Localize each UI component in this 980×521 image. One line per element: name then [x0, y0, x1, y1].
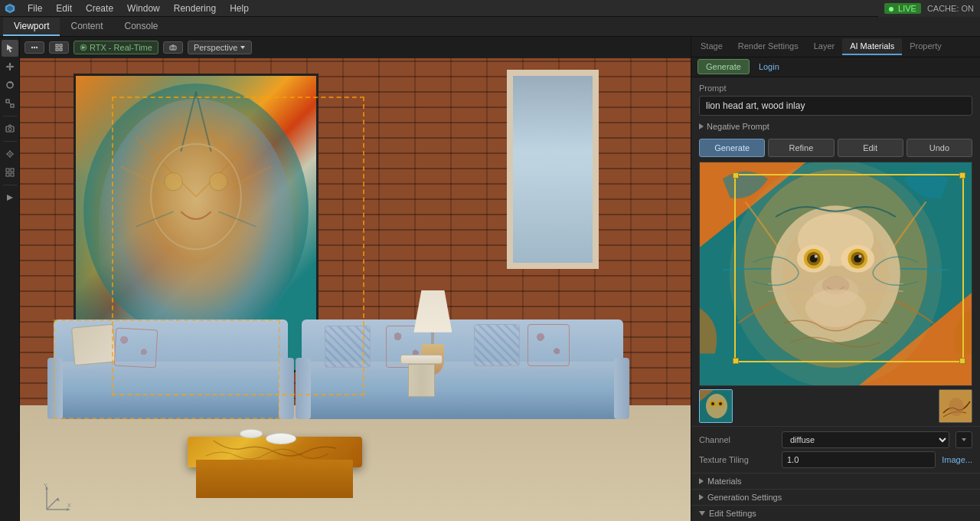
menu-rendering[interactable]: Rendering	[168, 2, 222, 15]
generate-btn[interactable]: Generate	[699, 139, 765, 157]
viewport[interactable]: RTX - Real-Time Perspective	[20, 37, 691, 521]
ai-login-btn[interactable]: Login	[754, 60, 784, 74]
right-panel-tabs: Stage Render Settings Layer AI Materials…	[691, 37, 980, 57]
rtx-label: RTX - Real-Time	[90, 43, 152, 52]
viewport-grid-btn[interactable]	[49, 41, 69, 54]
rtx-realtime-btn[interactable]: RTX - Real-Time	[74, 41, 158, 54]
menu-file[interactable]: File	[21, 2, 48, 15]
menu-edit[interactable]: Edit	[50, 2, 78, 15]
live-dot	[889, 7, 893, 11]
side-table	[400, 355, 443, 401]
edit-settings-header[interactable]: Edit Settings	[691, 505, 980, 521]
select-tool[interactable]	[2, 40, 18, 57]
svg-point-84	[706, 394, 727, 418]
generation-settings-header[interactable]: Generation Settings	[691, 489, 980, 505]
refine-btn[interactable]: Refine	[768, 139, 834, 157]
generation-settings-label: Generation Settings	[707, 493, 782, 502]
svg-marker-92	[962, 438, 966, 441]
sofa-left	[54, 319, 289, 419]
snapping-tool[interactable]	[2, 146, 18, 162]
status-bar: LIVE CACHE: ON	[878, 0, 980, 17]
camera-icon-btn[interactable]	[163, 41, 183, 54]
channel-select[interactable]: diffuse	[782, 431, 949, 448]
texture-tiling-input[interactable]	[782, 451, 936, 468]
svg-rect-24	[6, 173, 9, 176]
thumbnail-1[interactable]	[699, 389, 733, 423]
controls-section: Channel diffuse Texture Tiling Image...	[691, 426, 980, 473]
undo-btn[interactable]: Undo	[906, 139, 972, 157]
negative-prompt-header[interactable]: Negative Prompt	[691, 119, 980, 134]
sofa-right	[302, 319, 623, 419]
gen-settings-triangle	[699, 494, 704, 500]
grid-tool[interactable]	[2, 164, 18, 181]
image-link[interactable]: Image...	[942, 455, 972, 464]
svg-point-28	[34, 47, 35, 48]
live-status: LIVE	[884, 3, 921, 14]
svg-line-47	[226, 166, 271, 188]
perspective-btn[interactable]: Perspective	[188, 41, 252, 54]
svg-marker-5	[8, 63, 11, 65]
edit-settings-label: Edit Settings	[709, 509, 756, 518]
svg-point-17	[9, 153, 11, 155]
svg-point-27	[31, 47, 33, 48]
svg-marker-8	[11, 66, 14, 68]
right-tab-ai-materials[interactable]: AI Materials	[842, 38, 902, 55]
viewport-header: RTX - Real-Time Perspective	[20, 37, 691, 58]
negative-prompt-triangle	[699, 123, 704, 129]
edit-btn[interactable]: Edit	[838, 139, 903, 157]
move-tool[interactable]	[2, 58, 18, 75]
scene-render[interactable]	[20, 58, 691, 521]
cache-status: CACHE: ON	[927, 4, 974, 13]
right-tab-render-settings[interactable]: Render Settings	[730, 38, 806, 55]
viewport-coords: X Y	[43, 483, 74, 515]
prompt-label: Prompt	[699, 84, 972, 93]
play-tool[interactable]	[2, 189, 18, 206]
svg-point-15	[8, 128, 11, 131]
svg-point-91	[949, 398, 964, 416]
materials-label: Materials	[707, 477, 742, 486]
svg-marker-38	[240, 46, 245, 49]
viewport-options-btn[interactable]	[24, 41, 44, 54]
main-layout: RTX - Real-Time Perspective	[0, 37, 980, 521]
right-panel: Stage Render Settings Layer AI Materials…	[691, 37, 980, 521]
tab-content[interactable]: Content	[60, 18, 113, 36]
svg-rect-32	[56, 48, 58, 51]
left-toolbar	[0, 37, 20, 521]
negative-prompt-label: Negative Prompt	[707, 122, 769, 131]
svg-point-44	[165, 172, 183, 191]
svg-rect-30	[56, 44, 58, 47]
tab-console[interactable]: Console	[114, 18, 169, 36]
tab-viewport[interactable]: Viewport	[3, 18, 60, 36]
scale-tool[interactable]	[2, 95, 18, 112]
svg-rect-33	[60, 48, 62, 51]
ai-generate-btn[interactable]: Generate	[697, 59, 750, 74]
svg-point-75	[858, 255, 861, 258]
perspective-label: Perspective	[194, 43, 237, 52]
svg-point-45	[210, 172, 228, 191]
svg-line-40	[196, 91, 211, 152]
right-tab-property[interactable]: Property	[902, 38, 949, 55]
thumb2-image	[939, 390, 972, 422]
right-tab-layer[interactable]: Layer	[806, 38, 843, 55]
gen-lion-preview	[700, 162, 972, 385]
svg-marker-53	[67, 508, 70, 511]
menu-window[interactable]: Window	[121, 2, 166, 15]
svg-marker-2	[7, 44, 13, 52]
thumbnail-2[interactable]	[939, 389, 972, 423]
channel-dropdown-btn[interactable]	[956, 431, 972, 448]
app-icon	[3, 2, 17, 15]
prompt-section: Prompt	[691, 77, 980, 119]
svg-rect-12	[11, 104, 14, 107]
prompt-input[interactable]	[699, 96, 972, 116]
texture-tiling-label: Texture Tiling	[699, 455, 776, 464]
rotate-tool[interactable]	[2, 77, 18, 93]
window-element	[507, 70, 599, 269]
svg-line-49	[218, 211, 256, 227]
menu-create[interactable]: Create	[80, 2, 119, 15]
materials-section-header[interactable]: Materials	[691, 473, 980, 489]
menu-help[interactable]: Help	[224, 2, 255, 15]
camera-tool[interactable]	[2, 120, 18, 137]
edit-settings-triangle	[699, 511, 705, 516]
svg-point-74	[815, 255, 818, 258]
right-tab-stage[interactable]: Stage	[693, 38, 730, 55]
